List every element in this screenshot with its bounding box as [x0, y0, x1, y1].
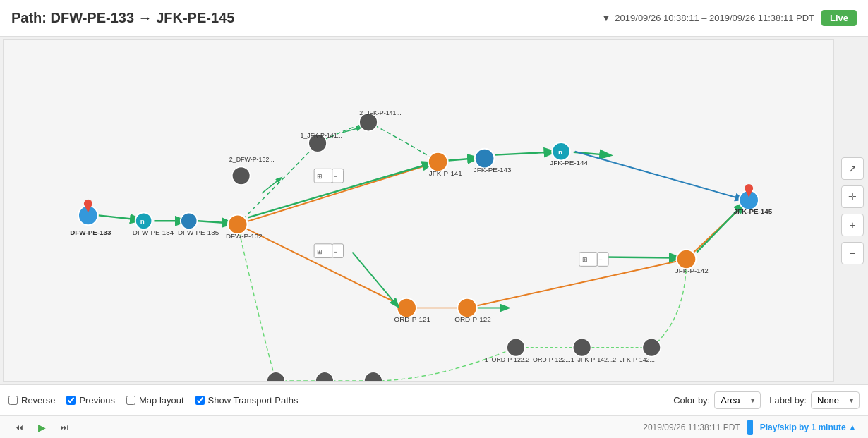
move-icon: ✛	[848, 191, 857, 202]
map-layout-checkbox[interactable]	[126, 396, 135, 405]
svg-text:1_JFK-P-141...: 1_JFK-P-141...	[300, 132, 342, 139]
svg-text:n: n	[140, 217, 145, 225]
svg-text:JFK-P-142: JFK-P-142	[675, 267, 709, 274]
show-transport-checkbox-item[interactable]: Show Transport Paths	[195, 395, 299, 406]
label-by-control: Label by: None Name IP AS	[769, 391, 860, 409]
svg-line-3	[467, 260, 687, 308]
expand-icon: ↗	[848, 163, 857, 174]
reverse-checkbox-item[interactable]: Reverse	[8, 395, 55, 406]
svg-point-53	[677, 250, 697, 269]
main-content: ⊞ − ⊞ − ⊞ − DFW-PE-133	[0, 37, 868, 384]
svg-point-68	[315, 372, 334, 381]
zoom-out-btn[interactable]: −	[841, 242, 864, 264]
previous-checkbox[interactable]	[66, 396, 76, 405]
svg-line-7	[198, 221, 229, 223]
label-by-select[interactable]: None Name IP AS	[811, 391, 860, 409]
color-by-control: Color by: Area None AS Type	[673, 391, 761, 409]
svg-text:⊞: ⊞	[317, 248, 323, 255]
svg-text:⊞: ⊞	[582, 256, 588, 263]
svg-text:DFW-PE-134: DFW-PE-134	[133, 229, 174, 236]
prev-skip-btn[interactable]: ⏮	[11, 420, 27, 435]
svg-point-65	[642, 339, 661, 357]
svg-point-67	[267, 372, 285, 381]
expand-icon-btn[interactable]: ↗	[841, 157, 864, 180]
svg-text:JFK-PE-143: JFK-PE-143	[474, 166, 512, 174]
color-by-select[interactable]: Area None AS Type	[714, 391, 761, 409]
svg-text:DFW-PE-135: DFW-PE-135	[178, 229, 219, 236]
next-skip-btn[interactable]: ⏭	[56, 420, 72, 435]
svg-text:DFW-P-132: DFW-P-132	[226, 232, 263, 240]
bottom-toolbar: Reverse Previous Map layout Show Transpo…	[0, 384, 868, 415]
svg-point-59	[397, 298, 416, 318]
right-controls: ↗ ✛ + −	[837, 37, 868, 384]
status-bar: ⏮ ▶ ⏭ 2019/09/26 11:38:11 PDT Play/skip …	[0, 415, 868, 438]
svg-text:JFK-PE-144: JFK-PE-144	[550, 159, 588, 166]
svg-line-5	[99, 215, 137, 219]
svg-text:⊞: ⊞	[317, 173, 323, 180]
zoom-in-btn[interactable]: +	[841, 214, 864, 236]
svg-line-13	[603, 257, 676, 258]
time-range-text: 2019/09/26 10:38:11 – 2019/09/26 11:38:1…	[615, 13, 814, 23]
svg-point-40	[232, 166, 251, 185]
label-by-label: Label by:	[769, 395, 807, 406]
svg-text:2_DFW-P-132...: 2_DFW-P-132...	[229, 157, 275, 164]
svg-line-15	[262, 179, 279, 193]
svg-point-48	[475, 149, 495, 169]
map-layout-label: Map layout	[139, 395, 184, 406]
graph-container[interactable]: ⊞ − ⊞ − ⊞ − DFW-PE-133	[3, 39, 834, 382]
svg-text:1_ORD-P-122.2_ORD-P-122...1_JF: 1_ORD-P-122.2_ORD-P-122...1_JFK-P-142...…	[485, 356, 655, 363]
svg-text:2_JFK-P-141...: 2_JFK-P-141...	[359, 109, 402, 116]
page-title: Path: DFW-PE-133 → JFK-PE-145	[11, 10, 234, 26]
svg-line-10	[495, 152, 550, 155]
svg-text:ORD-P-122: ORD-P-122	[454, 315, 490, 323]
svg-line-1	[238, 224, 407, 308]
play-skip-label: Play/skip by	[760, 422, 809, 432]
app-container: Path: DFW-PE-133 → JFK-PE-145 ▼ 2019/09/…	[0, 0, 868, 438]
reverse-label: Reverse	[21, 395, 55, 406]
toolbar-right: Color by: Area None AS Type Label by: No…	[673, 391, 860, 409]
svg-text:−: −	[334, 248, 337, 255]
play-skip-value[interactable]: 1 minute	[811, 422, 845, 432]
svg-point-64	[573, 339, 591, 357]
svg-text:DFW-PE-133: DFW-PE-133	[70, 229, 111, 236]
svg-text:JFK-PE-145: JFK-PE-145	[734, 207, 773, 215]
status-right: 2019/09/26 11:38:11 PDT Play/skip by 1 m…	[643, 420, 857, 435]
toolbar-left: Reverse Previous Map layout Show Transpo…	[8, 395, 299, 406]
svg-point-36	[181, 212, 198, 229]
svg-point-46	[428, 152, 448, 172]
time-range: ▼ 2019/09/26 10:38:11 – 2019/09/26 11:38…	[601, 13, 814, 23]
play-btn[interactable]: ▶	[34, 420, 49, 435]
show-transport-checkbox[interactable]	[195, 396, 205, 405]
svg-line-71	[352, 253, 396, 305]
playback-controls: ⏮ ▶ ⏭	[11, 420, 72, 435]
progress-bar	[747, 420, 753, 435]
header-right: ▼ 2019/09/26 10:38:11 – 2019/09/26 11:38…	[601, 10, 857, 26]
color-by-label: Color by:	[673, 395, 710, 406]
svg-line-12	[575, 152, 741, 199]
svg-point-61	[457, 298, 477, 318]
timestamp-text: 2019/09/26 11:38:11 PDT	[643, 422, 740, 432]
reverse-checkbox[interactable]	[8, 396, 18, 405]
header: Path: DFW-PE-133 → JFK-PE-145 ▼ 2019/09/…	[0, 0, 868, 37]
play-skip-arrow-icon: ▲	[848, 422, 857, 432]
play-skip-text: Play/skip by 1 minute ▲	[760, 422, 857, 432]
dropdown-arrow-icon: ▼	[601, 13, 610, 23]
svg-point-69	[364, 372, 382, 381]
svg-text:JFK-P-141: JFK-P-141	[429, 169, 462, 177]
show-transport-label: Show Transport Paths	[208, 395, 299, 406]
svg-text:−: −	[598, 256, 602, 263]
svg-line-9	[448, 159, 474, 161]
color-by-dropdown-wrapper: Area None AS Type	[714, 391, 761, 409]
svg-text:−: −	[334, 173, 337, 180]
previous-label: Previous	[79, 395, 115, 406]
map-layout-checkbox-item[interactable]: Map layout	[126, 395, 184, 406]
svg-text:ORD-P-121: ORD-P-121	[394, 315, 430, 323]
network-graph: ⊞ − ⊞ − ⊞ − DFW-PE-133	[4, 40, 833, 381]
previous-checkbox-item[interactable]: Previous	[66, 395, 115, 406]
live-badge[interactable]: Live	[821, 10, 857, 26]
move-icon-btn[interactable]: ✛	[841, 185, 864, 208]
svg-point-38	[228, 214, 248, 234]
label-by-dropdown-wrapper: None Name IP AS	[811, 391, 860, 409]
svg-point-63	[507, 339, 525, 357]
svg-text:n: n	[558, 148, 562, 156]
